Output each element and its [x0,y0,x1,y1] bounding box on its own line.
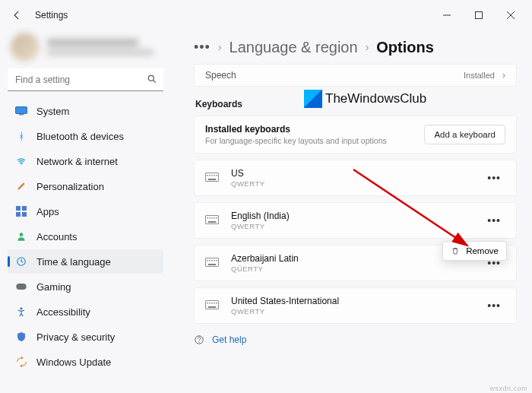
speech-label: Speech [205,70,236,81]
sidebar-item-update[interactable]: Windows Update [8,350,163,374]
svg-point-41 [214,303,215,304]
get-help-link[interactable]: Get help [194,334,517,345]
installed-title: Installed keyboards [205,124,387,135]
sidebar-item-label: Bluetooth & devices [36,131,124,142]
remove-menu-item[interactable]: Remove [466,246,499,255]
svg-line-3 [154,81,156,83]
trash-icon [451,246,460,255]
close-icon [507,11,515,19]
svg-point-20 [214,175,215,176]
chevron-right-icon: › [366,41,369,53]
keyboard-name: United States-International [231,296,339,306]
sidebar-item-label: System [36,106,69,117]
sidebar-item-system[interactable]: System [8,99,163,123]
svg-point-33 [211,260,213,261]
svg-rect-23 [208,221,217,223]
keyboards-heading: Keyboards [195,99,517,109]
clock-globe-icon [15,255,27,268]
speech-status: Installed [464,71,495,80]
keyboard-icon [205,173,219,183]
main-content: ••• › Language & region › Options Speech… [171,30,532,393]
svg-rect-9 [16,212,21,217]
svg-point-44 [198,342,199,343]
profile-block[interactable] [8,30,163,64]
keyboard-row-us-intl[interactable]: United States-InternationalQWERTY ••• [194,287,517,324]
svg-point-27 [214,217,215,219]
context-menu: Remove [442,241,507,261]
avatar [11,33,40,62]
sidebar-item-privacy[interactable]: Privacy & security [8,325,163,349]
svg-point-25 [209,217,211,219]
svg-rect-30 [208,264,217,265]
svg-rect-22 [205,215,218,223]
svg-rect-1 [476,12,483,19]
installed-keyboards-header: Installed keyboards For language-specifi… [194,116,517,154]
sidebar-item-accounts[interactable]: Accounts [8,224,163,249]
svg-point-34 [214,260,215,261]
maximize-button[interactable] [464,5,494,26]
keyboard-row-azerbaijani[interactable]: Azerbaijani LatinQÜERTY ••• Remove [194,245,517,281]
minimize-icon [443,11,451,19]
keyboard-name: Azerbaijani Latin [231,253,299,264]
sidebar-item-label: Accounts [36,231,77,242]
sidebar-item-gaming[interactable]: Gaming [8,274,163,299]
help-label: Get help [212,334,246,345]
minimize-button[interactable] [432,5,462,26]
shield-icon [15,331,27,343]
installed-subtitle: For language-specific key layouts and in… [205,136,387,145]
svg-point-2 [148,75,154,81]
svg-point-31 [207,260,208,261]
sidebar-item-label: Personalization [36,181,104,192]
back-button[interactable] [6,5,27,26]
more-button[interactable]: ••• [483,169,505,187]
sidebar-item-label: Windows Update [36,357,111,368]
breadcrumb-overflow[interactable]: ••• [194,40,211,55]
keyboard-icon [205,300,219,311]
search-icon [147,74,157,84]
svg-rect-13 [16,284,26,290]
sidebar-item-label: Privacy & security [36,331,115,343]
keyboard-row-us[interactable]: USQWERTY ••• [194,160,517,196]
window-title: Settings [35,10,68,21]
svg-rect-8 [22,206,27,211]
maximize-icon [475,11,483,19]
svg-point-17 [207,175,208,176]
chevron-right-icon: › [218,41,222,53]
wifi-icon [15,155,27,167]
sidebar-item-label: Time & language [36,256,111,268]
sidebar-item-network[interactable]: Network & internet [8,149,163,173]
svg-rect-10 [22,212,27,217]
sidebar-item-personalization[interactable]: Personalization [8,174,163,198]
svg-rect-5 [19,114,24,116]
speech-row[interactable]: Speech Installed › [194,64,517,87]
keyboard-name: US [231,168,265,179]
keyboard-layout: QWERTY [231,222,290,230]
update-icon [15,356,27,368]
sidebar-item-bluetooth[interactable]: ᚼBluetooth & devices [8,124,163,148]
keyboard-row-english-india[interactable]: English (India)QWERTY ••• [194,202,517,239]
sidebar-item-time-language[interactable]: Time & language [8,249,163,274]
svg-rect-29 [205,258,218,266]
sidebar-item-accessibility[interactable]: Accessibility [8,300,163,324]
system-icon [15,105,27,117]
breadcrumb: ••• › Language & region › Options [194,30,517,64]
sidebar-item-label: Gaming [36,281,71,293]
more-button[interactable]: ••• [483,296,505,315]
svg-point-6 [21,163,22,165]
svg-point-14 [21,307,23,309]
search-box [8,68,163,91]
svg-point-42 [216,303,217,304]
apps-icon [15,205,27,217]
more-button[interactable]: ••• [483,211,505,230]
keyboard-layout: QWERTY [231,179,265,188]
footer-watermark: wsxdn.com [489,385,527,392]
breadcrumb-parent[interactable]: Language & region [230,39,358,56]
sidebar-item-apps[interactable]: Apps [8,199,163,223]
add-keyboard-button[interactable]: Add a keyboard [424,125,505,144]
svg-point-26 [211,217,213,219]
sidebar-item-label: Network & internet [36,156,118,167]
search-input[interactable] [8,68,163,91]
chevron-right-icon: › [502,70,505,81]
close-button[interactable] [496,5,526,26]
keyboard-icon [205,215,219,226]
